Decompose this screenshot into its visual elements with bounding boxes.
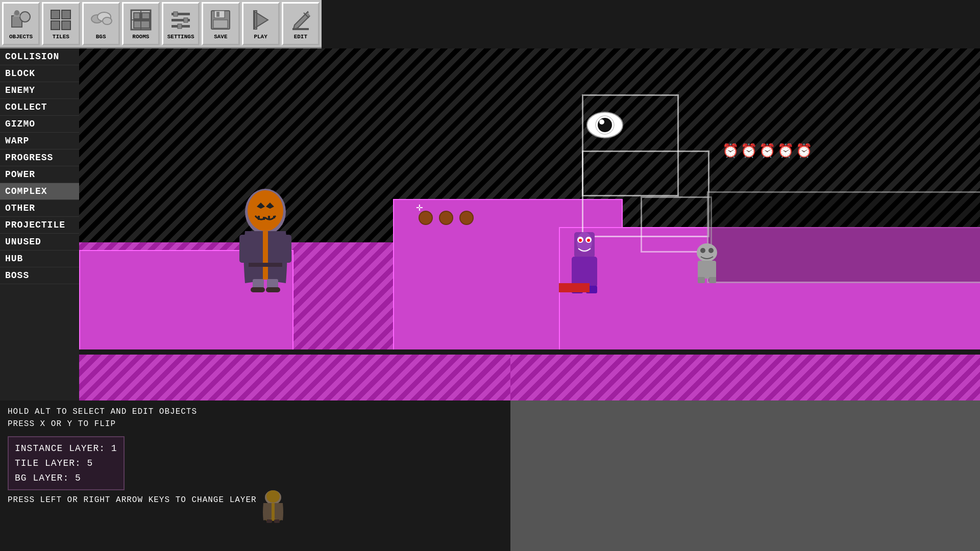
- right-gray-area: [510, 400, 980, 551]
- save-button[interactable]: SAVE: [202, 2, 239, 45]
- svg-point-52: [599, 119, 604, 124]
- bgs-button[interactable]: BGs: [82, 2, 120, 45]
- svg-rect-5: [62, 10, 70, 19]
- svg-rect-25: [213, 20, 228, 28]
- save-icon: [208, 8, 233, 32]
- objects-icon: [9, 8, 33, 32]
- svg-point-64: [708, 248, 714, 253]
- svg-rect-72: [274, 519, 280, 523]
- small-enemy-sprite: [692, 242, 722, 283]
- tiles-icon: [48, 8, 73, 32]
- eye-enemy-sprite: [584, 110, 625, 140]
- hint-text: HOLD ALT TO SELECT AND EDIT OBJECTS PRES…: [8, 406, 503, 430]
- toolbar: OBJECTS TILES BGs: [0, 0, 322, 48]
- svg-rect-40: [273, 216, 275, 218]
- canvas-bottom-pink: [79, 355, 510, 400]
- sidebar-item-progress[interactable]: PROGRESS: [0, 149, 79, 166]
- timer-icons-area: ⏰ ⏰ ⏰ ⏰ ⏰: [722, 143, 812, 159]
- play-icon: [249, 8, 273, 32]
- svg-rect-39: [268, 216, 270, 220]
- sidebar-item-projectile[interactable]: PROJECTILE: [0, 217, 79, 234]
- svg-rect-20: [174, 12, 178, 16]
- svg-rect-7: [62, 21, 70, 30]
- svg-point-58: [587, 239, 590, 242]
- svg-rect-4: [51, 10, 60, 19]
- sidebar-item-power[interactable]: POWER: [0, 166, 79, 183]
- svg-rect-71: [266, 519, 272, 523]
- svg-rect-37: [258, 216, 260, 220]
- layer-text-box: INSTANCE LAYER: 1 TILE LAYER: 5 BG LAYER…: [8, 436, 125, 490]
- edit-button[interactable]: EDIT: [282, 2, 320, 45]
- instance-layer-text: INSTANCE LAYER: 1: [15, 441, 117, 456]
- svg-rect-48: [282, 235, 291, 263]
- svg-rect-13: [142, 13, 150, 19]
- sidebar-item-collect[interactable]: COLLECT: [0, 99, 79, 116]
- sidebar-item-collision[interactable]: COLLISION: [0, 48, 79, 65]
- canvas-bottom-pink-2: [510, 355, 980, 400]
- svg-rect-66: [698, 277, 705, 283]
- svg-point-10: [103, 17, 112, 24]
- collectible-3: [459, 211, 474, 225]
- svg-rect-59: [572, 257, 597, 287]
- sidebar-item-other[interactable]: OTHER: [0, 200, 79, 217]
- settings-icon: [168, 8, 193, 32]
- play-button[interactable]: PLAY: [242, 2, 280, 45]
- bg-layer-text: BG LAYER: 5: [15, 471, 117, 486]
- collectible-1: [419, 211, 433, 225]
- svg-point-51: [598, 118, 612, 132]
- svg-rect-26: [216, 12, 219, 17]
- change-layer-text: PRESS LEFT OR RIGHT ARROW KEYS TO CHANGE…: [8, 495, 503, 505]
- sidebar-item-enemy[interactable]: ENEMY: [0, 82, 79, 99]
- rooms-button[interactable]: ROOMS: [122, 2, 160, 45]
- svg-rect-14: [134, 21, 150, 28]
- sidebar-item-gizmo[interactable]: GIZMO: [0, 116, 79, 133]
- svg-rect-47: [239, 235, 249, 263]
- svg-rect-38: [263, 217, 265, 220]
- svg-rect-6: [51, 21, 60, 30]
- svg-marker-29: [293, 12, 310, 29]
- svg-rect-65: [698, 261, 716, 279]
- sidebar-item-boss[interactable]: BOSS: [0, 267, 79, 284]
- svg-rect-46: [266, 287, 280, 292]
- character-sprite: [237, 186, 288, 288]
- sidebar-item-unused[interactable]: UNUSED: [0, 234, 79, 251]
- red-ground-marker: [559, 283, 590, 292]
- sidebar-item-complex[interactable]: COMPLEX: [0, 183, 79, 200]
- svg-point-1: [20, 12, 30, 22]
- objects-button[interactable]: OBJECTS: [2, 2, 40, 45]
- tiles-button[interactable]: TILES: [42, 2, 80, 45]
- svg-rect-31: [292, 28, 309, 30]
- svg-rect-45: [251, 287, 265, 292]
- character-preview: [260, 490, 286, 520]
- svg-rect-67: [709, 277, 716, 283]
- svg-rect-42: [249, 263, 282, 267]
- tile-layer-text: TILE LAYER: 5: [15, 456, 117, 471]
- platform-right: [559, 227, 980, 349]
- edit-icon: [288, 8, 313, 32]
- layer-info-panel: HOLD ALT TO SELECT AND EDIT OBJECTS PRES…: [0, 400, 510, 551]
- svg-point-3: [14, 10, 19, 15]
- rooms-icon: [129, 8, 153, 32]
- svg-rect-21: [184, 18, 188, 22]
- svg-point-34: [248, 190, 283, 231]
- svg-point-63: [700, 248, 705, 253]
- svg-point-69: [266, 490, 280, 503]
- svg-point-57: [579, 239, 582, 242]
- svg-rect-22: [178, 24, 182, 29]
- collectible-2: [439, 211, 453, 225]
- sidebar-item-block[interactable]: BLOCK: [0, 65, 79, 82]
- svg-rect-12: [134, 13, 140, 19]
- main-canvas[interactable]: ✛ ⏰ ⏰ ⏰ ⏰ ⏰: [79, 48, 980, 349]
- sidebar-item-warp[interactable]: WARP: [0, 133, 79, 149]
- settings-button[interactable]: SETTINGS: [162, 2, 200, 45]
- bgs-icon: [89, 8, 113, 32]
- sidebar-item-hub[interactable]: HUB: [0, 251, 79, 267]
